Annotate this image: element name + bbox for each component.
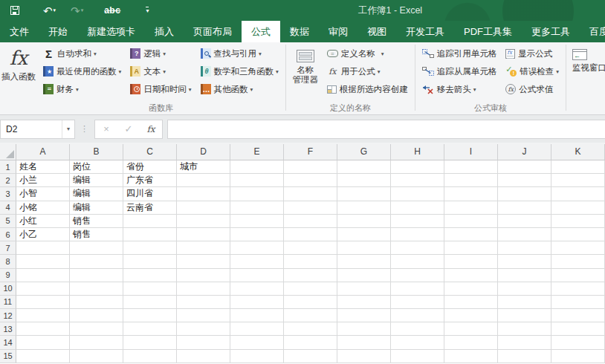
cell-E13[interactable] xyxy=(230,322,284,336)
cancel-button[interactable]: × xyxy=(95,123,117,134)
cell-A7[interactable] xyxy=(16,241,70,255)
create-from-selection-button[interactable]: 根据所选内容创建 xyxy=(325,80,410,98)
row-header-2[interactable]: 2 xyxy=(0,174,16,187)
datetime-button[interactable]: 日期和时间 ▾ xyxy=(128,80,193,98)
cell-G15[interactable] xyxy=(337,350,391,363)
cell-H3[interactable] xyxy=(391,187,444,201)
cell-B6[interactable]: 销售 xyxy=(70,228,123,241)
trace-dependents-button[interactable]: 追踪从属单元格 xyxy=(420,62,499,80)
cell-B7[interactable] xyxy=(70,241,123,255)
tab-开发工具[interactable]: 开发工具 xyxy=(396,21,454,42)
cell-E2[interactable] xyxy=(230,174,284,187)
cell-K15[interactable] xyxy=(551,350,605,363)
cell-F14[interactable] xyxy=(284,336,337,349)
cell-I9[interactable] xyxy=(444,269,498,282)
cell-J11[interactable] xyxy=(498,296,551,309)
cell-D12[interactable] xyxy=(177,309,230,322)
cell-J12[interactable] xyxy=(498,309,551,322)
cell-C15[interactable] xyxy=(123,350,177,363)
evaluate-formula-button[interactable]: fx 公式求值 xyxy=(503,80,561,98)
use-in-formula-button[interactable]: fx 用于公式 ▾ xyxy=(325,62,410,80)
tab-新建选项卡[interactable]: 新建选项卡 xyxy=(77,21,145,42)
tab-开始[interactable]: 开始 xyxy=(39,21,77,42)
cell-A2[interactable]: 小兰 xyxy=(16,174,70,187)
column-header-J[interactable]: J xyxy=(498,144,551,160)
tab-审阅[interactable]: 审阅 xyxy=(319,21,358,42)
cell-K7[interactable] xyxy=(551,241,605,255)
cell-F13[interactable] xyxy=(284,322,337,336)
cell-G13[interactable] xyxy=(337,322,391,336)
cell-J5[interactable] xyxy=(498,215,551,228)
cell-D10[interactable] xyxy=(177,282,230,296)
column-header-A[interactable]: A xyxy=(16,144,70,160)
cell-H7[interactable] xyxy=(391,241,444,255)
save-button[interactable] xyxy=(7,1,22,19)
cell-G12[interactable] xyxy=(337,309,391,322)
cell-J3[interactable] xyxy=(498,187,551,201)
cell-A15[interactable] xyxy=(16,350,70,363)
cell-J4[interactable] xyxy=(498,201,551,215)
cell-A6[interactable]: 小乙 xyxy=(16,228,70,241)
cell-A5[interactable]: 小红 xyxy=(16,215,70,228)
cell-I8[interactable] xyxy=(444,255,498,268)
cell-C12[interactable] xyxy=(123,309,177,322)
cell-I7[interactable] xyxy=(444,241,498,255)
cell-I6[interactable] xyxy=(444,228,498,241)
column-header-K[interactable]: K xyxy=(551,144,605,160)
row-header-8[interactable]: 8 xyxy=(0,255,16,268)
cell-H13[interactable] xyxy=(391,322,444,336)
cell-K9[interactable] xyxy=(551,269,605,282)
tab-视图[interactable]: 视图 xyxy=(358,21,396,42)
cell-H4[interactable] xyxy=(391,201,444,215)
cell-H2[interactable] xyxy=(391,174,444,187)
cell-K6[interactable] xyxy=(551,228,605,241)
cell-E4[interactable] xyxy=(230,201,284,215)
cell-K14[interactable] xyxy=(551,336,605,349)
cell-C6[interactable] xyxy=(123,228,177,241)
row-header-1[interactable]: 1 xyxy=(0,160,16,174)
row-header-9[interactable]: 9 xyxy=(0,269,16,282)
cell-F3[interactable] xyxy=(284,187,337,201)
cell-J1[interactable] xyxy=(498,160,551,174)
row-header-15[interactable]: 15 xyxy=(0,350,16,363)
cell-G10[interactable] xyxy=(337,282,391,296)
cell-F1[interactable] xyxy=(284,160,337,174)
cell-I5[interactable] xyxy=(444,215,498,228)
cell-I1[interactable] xyxy=(444,160,498,174)
cell-I3[interactable] xyxy=(444,187,498,201)
undo-button[interactable]: ↶ ▾ xyxy=(40,1,59,19)
column-header-B[interactable]: B xyxy=(70,144,123,160)
cell-J14[interactable] xyxy=(498,336,551,349)
cell-B13[interactable] xyxy=(70,322,123,336)
row-header-7[interactable]: 7 xyxy=(0,241,16,255)
cell-G3[interactable] xyxy=(337,187,391,201)
cell-C13[interactable] xyxy=(123,322,177,336)
cell-F11[interactable] xyxy=(284,296,337,309)
cell-I10[interactable] xyxy=(444,282,498,296)
formula-bar-drag-handle[interactable]: ⋮ xyxy=(80,124,88,134)
cell-B8[interactable] xyxy=(70,255,123,268)
cell-G7[interactable] xyxy=(337,241,391,255)
cell-C9[interactable] xyxy=(123,269,177,282)
tab-PDF工具集[interactable]: PDF工具集 xyxy=(454,21,522,42)
cell-E12[interactable] xyxy=(230,309,284,322)
redo-button[interactable]: ↷ ▾ xyxy=(68,1,86,19)
cell-G5[interactable] xyxy=(337,215,391,228)
cell-K5[interactable] xyxy=(551,215,605,228)
cell-E15[interactable] xyxy=(230,350,284,363)
strikethrough-button[interactable]: abc xyxy=(101,1,123,19)
cell-F8[interactable] xyxy=(284,255,337,268)
cell-D3[interactable] xyxy=(177,187,230,201)
column-header-C[interactable]: C xyxy=(123,144,177,160)
recent-functions-button[interactable]: ★ 最近使用的函数 ▾ xyxy=(41,62,123,80)
tab-百度网盘[interactable]: 百度网盘 xyxy=(580,21,605,42)
cell-J13[interactable] xyxy=(498,322,551,336)
cell-E10[interactable] xyxy=(230,282,284,296)
trace-precedents-button[interactable]: 追踪引用单元格 xyxy=(420,45,499,62)
cell-H9[interactable] xyxy=(391,269,444,282)
cell-K8[interactable] xyxy=(551,255,605,268)
cell-H5[interactable] xyxy=(391,215,444,228)
cell-E7[interactable] xyxy=(230,241,284,255)
cell-E14[interactable] xyxy=(230,336,284,349)
cell-I2[interactable] xyxy=(444,174,498,187)
